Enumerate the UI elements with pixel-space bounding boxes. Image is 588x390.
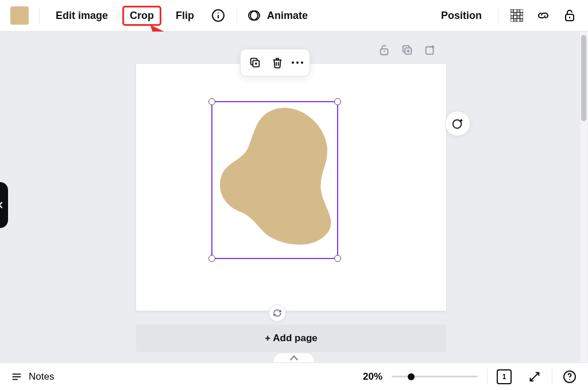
- canvas-workspace[interactable]: + Add page: [0, 32, 588, 362]
- svg-rect-6: [510, 9, 514, 13]
- svg-rect-13: [520, 19, 524, 22]
- notes-label: Notes: [29, 371, 54, 383]
- page-actions: [377, 43, 437, 57]
- svg-point-35: [569, 379, 570, 380]
- separator: [39, 7, 40, 24]
- add-page-icon[interactable]: [423, 43, 437, 57]
- flip-button[interactable]: Flip: [170, 7, 200, 24]
- add-page-button[interactable]: + Add page: [136, 325, 446, 352]
- link-icon[interactable]: [535, 7, 551, 24]
- help-icon[interactable]: [562, 369, 578, 385]
- svg-rect-9: [520, 13, 524, 16]
- zoom-slider[interactable]: [392, 372, 478, 381]
- svg-point-1: [218, 13, 219, 14]
- sync-icon[interactable]: [269, 304, 286, 322]
- selection-box[interactable]: [211, 101, 338, 259]
- resize-handle-br[interactable]: [334, 255, 341, 262]
- svg-rect-8: [514, 13, 517, 16]
- timeline-pull-tab[interactable]: [273, 353, 315, 362]
- top-toolbar: Edit image Crop Flip Animate Position: [0, 0, 588, 32]
- position-button[interactable]: Position: [435, 7, 488, 24]
- duplicate-page-icon[interactable]: [400, 43, 414, 57]
- crop-button[interactable]: Crop: [124, 7, 160, 24]
- context-toolbar: [240, 49, 310, 76]
- bottom-toolbar: Notes 20% 1: [0, 362, 588, 390]
- separator: [487, 369, 488, 385]
- resize-handle-bl[interactable]: [208, 255, 215, 262]
- fullscreen-icon[interactable]: [527, 369, 543, 385]
- trash-icon[interactable]: [269, 55, 285, 71]
- zoom-value[interactable]: 20%: [363, 371, 382, 383]
- magic-fab[interactable]: [445, 111, 470, 136]
- svg-rect-7: [517, 9, 520, 13]
- vertical-scrollbar[interactable]: [579, 32, 587, 362]
- info-icon[interactable]: [210, 7, 226, 24]
- resize-handle-tr[interactable]: [334, 98, 341, 105]
- notes-button[interactable]: Notes: [10, 370, 54, 383]
- resize-handle-tl[interactable]: [208, 98, 215, 105]
- svg-rect-22: [426, 47, 434, 55]
- duplicate-icon[interactable]: [247, 55, 263, 71]
- lock-icon[interactable]: [562, 7, 578, 24]
- page-indicator[interactable]: 1: [497, 369, 512, 384]
- animate-icon: [247, 9, 261, 22]
- separator: [498, 7, 498, 24]
- unlock-page-icon[interactable]: [377, 43, 391, 57]
- svg-rect-11: [517, 16, 520, 19]
- separator: [552, 369, 552, 385]
- animate-button[interactable]: Animate: [267, 7, 314, 24]
- separator: [237, 7, 237, 24]
- transparency-icon[interactable]: [509, 7, 525, 24]
- sidebar-expander[interactable]: [0, 182, 8, 228]
- svg-rect-10: [510, 16, 514, 19]
- svg-point-30: [453, 120, 462, 129]
- svg-rect-12: [514, 19, 517, 22]
- more-icon[interactable]: [292, 61, 303, 64]
- color-swatch[interactable]: [10, 6, 29, 25]
- edit-image-button[interactable]: Edit image: [50, 7, 114, 24]
